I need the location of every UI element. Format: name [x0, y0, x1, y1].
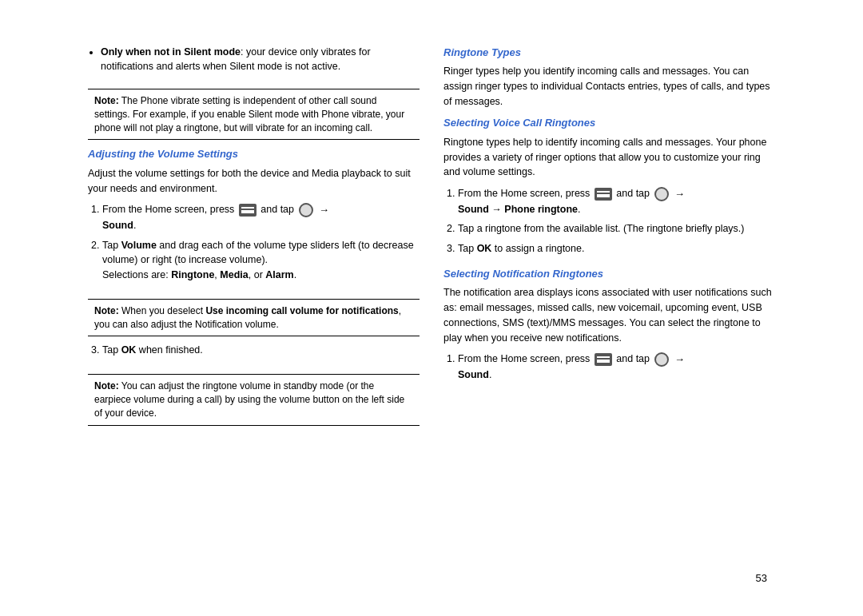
step-1-left: From the Home screen, press and tap → So…	[102, 202, 420, 232]
note1-text: The Phone vibrate setting is independent…	[94, 95, 404, 133]
step3r-ok: OK	[477, 243, 492, 254]
step1r-text-before: From the Home screen, press	[458, 188, 590, 199]
step1r-and-tap: and tap	[616, 188, 652, 199]
section2-text: Ringer types help you identify incoming …	[443, 64, 775, 109]
step3r-rest: to assign a ringtone.	[491, 243, 584, 254]
step1s4-bold-suffix: Sound	[458, 369, 489, 380]
step-3-right: Tap OK to assign a ringtone.	[458, 241, 775, 256]
arrow-1: →	[319, 202, 329, 218]
note1-label: Note:	[94, 95, 119, 106]
settings-icon-1	[299, 203, 313, 217]
right-column: Ringtone Types Ringer types help you ide…	[443, 45, 775, 572]
step-1-section4: From the Home screen, press and tap → So…	[458, 352, 775, 382]
step3r-text: Tap	[458, 243, 477, 254]
note3-label: Note:	[94, 380, 119, 391]
section3-heading: Selecting Voice Call Ringtones	[443, 115, 775, 131]
note3-text: You can adjust the ringtone volume in st…	[94, 380, 404, 419]
arrow-3: →	[674, 352, 685, 368]
settings-icon-2	[654, 187, 669, 201]
note-box-3: Note: You can adjust the ringtone volume…	[88, 374, 420, 425]
step-3-left: Tap OK when finished.	[102, 343, 420, 358]
settings-icon-3	[654, 352, 669, 367]
step3-ok: OK	[121, 344, 137, 356]
menu-icon-2	[595, 188, 612, 201]
step1-text-before: From the Home screen, press	[102, 204, 234, 215]
step-1-right: From the Home screen, press and tap → So…	[458, 186, 775, 217]
step1s4-and-tap: and tap	[616, 353, 652, 364]
step1-and-tap: and tap	[260, 204, 296, 215]
left-column: Only when not in Silent mode: your devic…	[88, 45, 420, 572]
note2-label: Note:	[94, 305, 119, 316]
section1-intro: Adjust the volume settings for both the …	[88, 166, 420, 197]
step2-sub: Selections are: Ringtone, Media, or Alar…	[102, 269, 296, 280]
section1-heading: Adjusting the Volume Settings	[88, 146, 420, 162]
volume-bold: Volume	[121, 240, 157, 251]
section3-text: Ringtone types help to identify incoming…	[443, 135, 775, 180]
section2-heading: Ringtone Types	[443, 45, 775, 61]
menu-icon-3	[595, 353, 612, 366]
note-box-2: Note: When you deselect Use incoming cal…	[88, 299, 420, 337]
step1s4-text-before: From the Home screen, press	[458, 353, 590, 364]
bullet-bold-text: Only when not in Silent mode	[101, 46, 241, 58]
step1-bold-suffix: Sound	[102, 220, 133, 231]
page: Only when not in Silent mode: your devic…	[72, 21, 791, 596]
step-2-right: Tap a ringtone from the available list. …	[458, 221, 775, 236]
section4-heading: Selecting Notification Ringtones	[443, 266, 775, 282]
menu-icon-1	[239, 204, 257, 217]
step3-rest: when finished.	[136, 344, 202, 356]
section4-text: The notification area displays icons ass…	[443, 285, 775, 345]
note2-bold: Use incoming call volume for notificatio…	[205, 305, 398, 316]
page-number: 53	[756, 572, 767, 584]
note-box-1: Note: The Phone vibrate setting is indep…	[88, 89, 420, 140]
bullet-silent-mode: Only when not in Silent mode: your devic…	[101, 45, 420, 75]
arrow-2: →	[674, 186, 685, 202]
step1r-bold-suffix: Sound → Phone ringtone	[458, 204, 578, 215]
step2r-text: Tap a ringtone from the available list. …	[458, 223, 745, 234]
step-2-left: Tap Volume and drag each of the volume t…	[102, 238, 420, 283]
